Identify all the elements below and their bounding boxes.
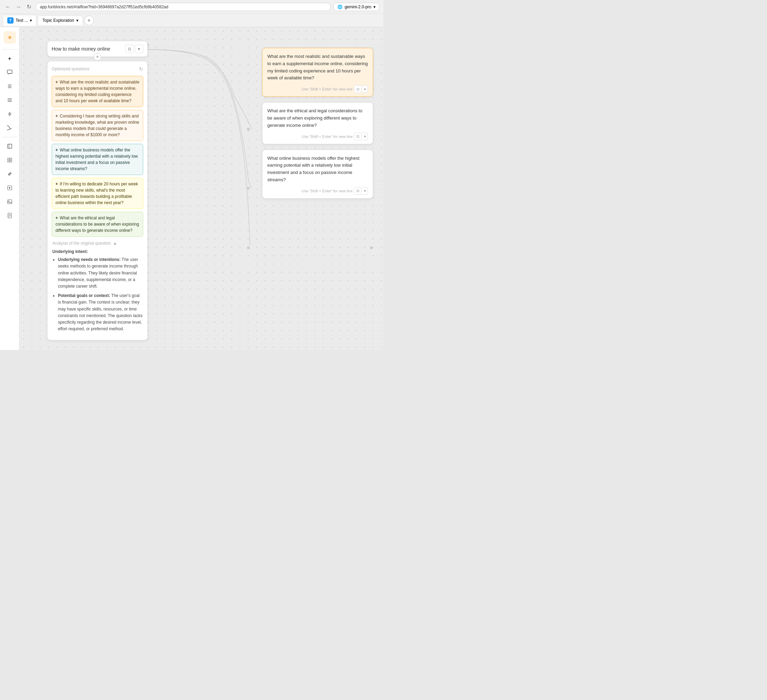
back-button[interactable]: ←	[4, 3, 12, 11]
output-card-2-action: ⊡ ▾	[354, 133, 368, 140]
q4-prefix: +	[56, 182, 58, 186]
output-card-2-hint: Use 'Shift + Enter' for new line	[302, 135, 353, 139]
new-tab-button[interactable]: +	[84, 16, 94, 25]
svg-rect-13	[10, 160, 12, 162]
sidebar-icon-doc[interactable]	[3, 209, 16, 222]
analysis-header-text: Analysis of the original question	[53, 241, 111, 246]
q1-text: What are the most realistic and sustaina…	[56, 80, 139, 103]
main-layout: ☀ ✦	[0, 27, 384, 350]
globe-icon: 🌐	[337, 5, 342, 10]
analysis-item-2: Potential goals or context: The user's g…	[58, 292, 143, 332]
svg-rect-8	[8, 144, 12, 148]
question-item-4[interactable]: + If I'm willing to dedicate 20 hours pe…	[52, 178, 143, 209]
question-item-3[interactable]: + What online business models offer the …	[52, 144, 143, 175]
q2-prefix: +	[56, 114, 58, 119]
sidebar-icon-menu[interactable]	[3, 94, 16, 106]
analysis-section: Analysis of the original question ▲ Unde…	[52, 241, 143, 332]
url-bar[interactable]: app.funblocks.net/#/aiflow?hid=36948697a…	[35, 3, 331, 11]
output-card-2-text: What are the ethical and legal considera…	[267, 108, 368, 129]
sidebar-divider-1	[2, 49, 18, 49]
sidebar-icon-book[interactable]	[3, 140, 16, 152]
svg-rect-10	[8, 158, 10, 160]
q4-text: If I'm willing to dedicate 20 hours per …	[56, 182, 138, 205]
analysis-item-2-text: The user's goal is financial gain. The c…	[58, 293, 143, 331]
topic-input-dropdown-btn[interactable]: ▾	[135, 45, 143, 53]
svg-point-29	[247, 246, 250, 249]
analysis-list: Underlying needs or intentions: The user…	[53, 256, 143, 332]
tab-avatar: T	[7, 17, 14, 24]
output-card-1-action-btn[interactable]: ⊡	[354, 85, 362, 93]
flow-panel: How to make money online ⊡ ▾ × Optimized…	[47, 41, 148, 340]
svg-point-28	[247, 187, 250, 190]
output-card-3-text: What online business models offer the hi…	[267, 155, 368, 184]
tab-topic-dropdown: ▾	[76, 18, 78, 23]
sidebar-icon-layers[interactable]	[3, 154, 16, 166]
question-item-5[interactable]: + What are the ethical and legal conside…	[52, 212, 143, 237]
analysis-item-1: Underlying needs or intentions: The user…	[58, 256, 143, 290]
sidebar-icon-link[interactable]	[3, 168, 16, 180]
svg-rect-11	[10, 158, 12, 160]
tab-test-label: Test ...	[16, 18, 28, 23]
analysis-toggle-icon: ▲	[113, 241, 117, 246]
question-item-2[interactable]: + Considering I have strong writing skil…	[52, 110, 143, 141]
sidebar-icon-list[interactable]	[3, 80, 16, 92]
browser-bar: ← → ↻ app.funblocks.net/#/aiflow?hid=369…	[0, 0, 384, 14]
topic-input-text: How to make money online	[52, 46, 110, 52]
output-card-1-hint: Use 'Shift + Enter' for new line	[302, 87, 353, 91]
model-label: gemini-2.0-pro	[345, 5, 371, 10]
output-card-2-action-btn[interactable]: ⊡	[354, 133, 362, 140]
svg-marker-7	[8, 112, 11, 116]
svg-rect-0	[7, 70, 12, 73]
analysis-label: Underlying intent:	[53, 248, 143, 255]
output-card-1-text: What are the most realistic and sustaina…	[267, 53, 368, 82]
canvas[interactable]: How to make money online ⊡ ▾ × Optimized…	[19, 27, 384, 350]
sidebar: ☀ ✦	[0, 27, 19, 350]
sidebar-icon-star[interactable]: ✦	[3, 52, 16, 65]
analysis-header[interactable]: Analysis of the original question ▲	[53, 241, 143, 246]
output-card-1-footer: Use 'Shift + Enter' for new line ⊡ ▾	[267, 85, 368, 93]
svg-rect-12	[8, 160, 10, 162]
forward-button[interactable]: →	[14, 3, 22, 11]
q1-prefix: +	[56, 80, 58, 84]
q5-prefix: +	[56, 216, 58, 221]
questions-card: Optimized questions ↻ + What are the mos…	[47, 61, 148, 340]
topic-input-icon-btn[interactable]: ⊡	[125, 45, 134, 53]
output-card-3-action-btn[interactable]: ⊡	[354, 187, 362, 195]
analysis-content: Underlying intent: Underlying needs or i…	[53, 248, 143, 332]
analysis-item-1-bold: Underlying needs or intentions:	[58, 257, 121, 262]
tab-topic-exploration[interactable]: Topic Exploration ▾	[38, 16, 83, 25]
sidebar-icon-chat[interactable]	[3, 66, 16, 79]
questions-title: Optimized questions	[52, 67, 89, 71]
question-item-1[interactable]: + What are the most realistic and sustai…	[52, 76, 143, 107]
output-card-3[interactable]: What online business models offer the hi…	[262, 150, 373, 198]
output-card-1-dropdown-btn[interactable]: ▾	[362, 85, 368, 93]
reload-button[interactable]: ↻	[25, 3, 33, 11]
sidebar-icon-sun[interactable]: ☀	[3, 31, 16, 44]
sidebar-icon-lightning[interactable]	[3, 108, 16, 120]
q5-text: What are the ethical and legal considera…	[56, 216, 139, 233]
output-card-1[interactable]: What are the most realistic and sustaina…	[262, 48, 373, 97]
sidebar-icon-moon[interactable]	[3, 122, 16, 134]
questions-refresh-btn[interactable]: ↻	[139, 66, 143, 72]
model-dropdown-icon: ▾	[374, 5, 376, 10]
topic-input-icons: ⊡ ▾	[125, 45, 143, 53]
tab-topic-label: Topic Exploration	[42, 18, 74, 23]
q3-text: What online business models offer the hi…	[56, 148, 138, 171]
q2-text: Considering I have strong writing skills…	[56, 114, 139, 137]
model-selector[interactable]: 🌐 gemini-2.0-pro ▾	[334, 3, 379, 11]
output-card-2[interactable]: What are the ethical and legal considera…	[262, 102, 373, 144]
topic-input-node[interactable]: How to make money online ⊡ ▾ ×	[47, 41, 148, 57]
svg-point-32	[370, 246, 373, 249]
output-card-2-dropdown-btn[interactable]: ▾	[362, 133, 368, 140]
output-card-3-hint: Use 'Shift + Enter' for new line	[302, 189, 353, 193]
svg-point-17	[8, 200, 9, 201]
tab-test[interactable]: T Test ... ▾	[3, 15, 37, 25]
output-card-3-footer: Use 'Shift + Enter' for new line ⊡ ▾	[267, 187, 368, 195]
tab-test-dropdown: ▾	[30, 18, 32, 23]
topic-close-badge[interactable]: ×	[94, 53, 101, 60]
sidebar-icon-image[interactable]	[3, 195, 16, 208]
sidebar-icon-play[interactable]	[3, 182, 16, 194]
output-card-1-action: ⊡ ▾	[354, 85, 368, 93]
output-card-3-dropdown-btn[interactable]: ▾	[362, 187, 368, 195]
output-card-3-action: ⊡ ▾	[354, 187, 368, 195]
